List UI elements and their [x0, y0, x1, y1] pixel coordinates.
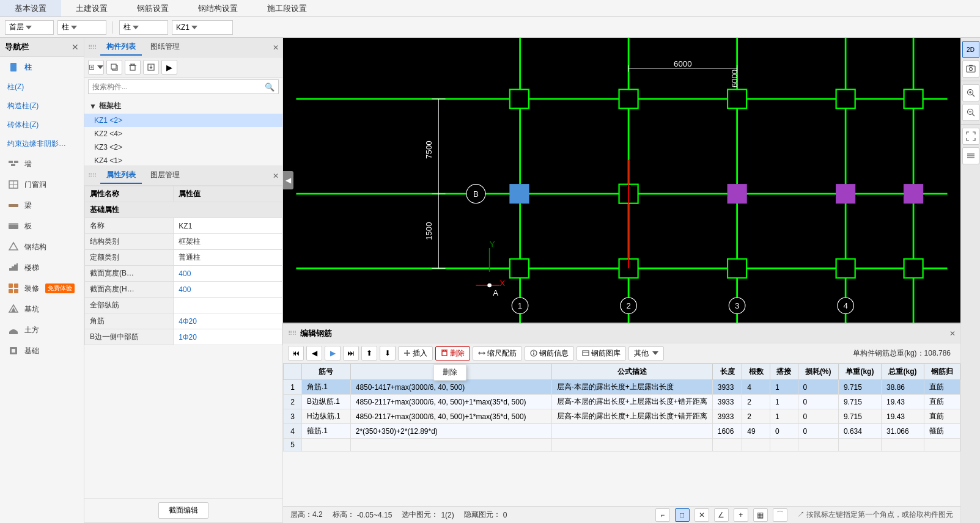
middle-panels: ⠿⠿ 构件列表 图纸管理 ✕ ▶ — [84, 38, 283, 523]
svg-rect-38 — [619, 89, 638, 108]
hidden-value: 0 — [503, 511, 507, 519]
cross-tool-btn[interactable]: ✕ — [694, 508, 709, 522]
rt-layers-btn[interactable] — [962, 147, 979, 164]
svg-text:6000: 6000 — [674, 59, 692, 68]
nav-item-decor[interactable]: 装修 免费体验 — [0, 278, 84, 299]
nav-item-structure-z[interactable]: 构造柱(Z) — [0, 97, 84, 115]
tree-item-kz3[interactable]: KZ3 <2> — [84, 141, 282, 154]
rebar-library-btn[interactable]: 钢筋图库 — [577, 346, 626, 360]
rebar-panel-close[interactable]: ✕ — [949, 329, 956, 338]
nav-item-column[interactable]: 柱 — [0, 57, 84, 78]
hidden-item: 隐藏图元： 0 — [464, 510, 507, 520]
tree-item-kz4[interactable]: KZ4 <1> — [84, 154, 282, 166]
svg-rect-3 — [11, 164, 15, 166]
rebar-row-5[interactable]: 5 — [284, 439, 960, 452]
scale-rebar-btn[interactable]: 缩尺配筋 — [473, 346, 522, 360]
rt-zoom-in-btn[interactable] — [962, 84, 979, 101]
type1-dropdown[interactable]: 柱 — [57, 20, 106, 35]
nav-item-column-z[interactable]: 柱(Z) — [0, 78, 84, 97]
more-btn[interactable]: ▶ — [161, 60, 177, 75]
canvas-viewport[interactable]: 6000 7500 1500 6000 B — [283, 38, 960, 323]
last-btn[interactable]: ⏭ — [343, 346, 359, 360]
rebar-row-3[interactable]: 3 H边纵筋.1 4850-2117+max(3000/6, 40, 500)+… — [284, 409, 960, 424]
attr-col-value: 属性值 — [174, 186, 282, 202]
menu-rebar-settings[interactable]: 钢筋设置 — [122, 0, 183, 16]
svg-text:4: 4 — [843, 301, 847, 310]
attr-row-height: 截面高度(H… 400 — [85, 282, 282, 298]
first-btn[interactable]: ⏮ — [288, 346, 304, 360]
nav-item-window[interactable]: 门窗洞 — [0, 174, 84, 195]
angle-tool-btn[interactable]: ∠ — [714, 508, 729, 522]
delete-btn[interactable]: 删除 删除 — [435, 346, 470, 360]
nav-item-foundation[interactable]: 基础 — [0, 340, 84, 361]
row-3-type: 直筋 — [924, 409, 960, 424]
rebar-info-btn[interactable]: 钢筋信息 — [525, 346, 574, 360]
corner-tool-btn[interactable]: ⌐ — [655, 508, 670, 522]
import-component-btn[interactable] — [143, 60, 159, 75]
insert-btn[interactable]: 插入 — [398, 346, 433, 360]
copy-component-btn[interactable] — [106, 60, 122, 75]
down-btn[interactable]: ⬇ — [380, 346, 396, 360]
tab-attr-list[interactable]: 属性列表 — [100, 167, 142, 184]
photo-tool-btn[interactable]: ▦ — [753, 508, 768, 522]
component-panel-close[interactable]: ✕ — [273, 43, 279, 52]
tab-drawing-management[interactable]: 图纸管理 — [144, 39, 186, 56]
rebar-row-1[interactable]: 1 角筋.1 4850-1417+max(3000/6, 40, 500) 层高… — [284, 380, 960, 395]
nav-item-wall[interactable]: 墙 — [0, 153, 84, 174]
nav-item-foundation-area[interactable]: 基坑 — [0, 299, 84, 320]
rt-zoom-out-btn[interactable] — [962, 104, 979, 121]
nav-item-beam[interactable]: 梁 — [0, 195, 84, 216]
rt-2d-btn[interactable]: 2D — [962, 41, 979, 58]
row-5-desc — [551, 439, 712, 452]
prev-btn[interactable]: ◀ — [306, 346, 322, 360]
new-component-btn[interactable] — [88, 60, 104, 75]
element-dropdown[interactable]: KZ1 — [172, 20, 233, 35]
menu-steel-settings[interactable]: 钢结构设置 — [183, 0, 252, 16]
nav-item-constrained[interactable]: 约束边缘非阴影… — [0, 134, 84, 153]
col-num — [284, 364, 302, 380]
column-icon — [7, 61, 20, 73]
nav-item-slab[interactable]: 板 — [0, 216, 84, 236]
play-btn[interactable]: ▶ — [325, 346, 341, 360]
other-btn[interactable]: 其他 — [628, 346, 664, 360]
right-toolbar: 2D — [960, 38, 980, 523]
col-description: 公式描述 — [551, 364, 712, 380]
svg-rect-41 — [904, 89, 923, 108]
rect-tool-btn[interactable]: □ — [675, 508, 690, 522]
top-menu-bar: 基本设置 土建设置 钢筋设置 钢结构设置 施工段设置 — [0, 0, 980, 17]
type2-dropdown[interactable]: 柱 — [119, 20, 168, 35]
floor-dropdown[interactable]: 首层 — [5, 20, 54, 35]
rt-photo-btn[interactable] — [962, 60, 979, 78]
arc-tool-btn[interactable]: ⌒ — [773, 508, 787, 522]
nav-item-earthwork[interactable]: 土方 — [0, 320, 84, 340]
up-btn[interactable]: ⬆ — [361, 346, 377, 360]
tab-component-list[interactable]: 构件列表 — [100, 39, 142, 56]
row-2-id: B边纵筋.1 — [302, 395, 351, 409]
svg-rect-9 — [9, 223, 18, 225]
search-icon[interactable]: 🔍 — [265, 82, 274, 92]
rebar-row-2[interactable]: 2 B边纵筋.1 4850-2117+max(3000/6, 40, 500)+… — [284, 395, 960, 409]
nav-close-btn[interactable]: ✕ — [72, 42, 79, 52]
menu-civil-settings[interactable]: 土建设置 — [61, 0, 122, 16]
svg-rect-83 — [442, 351, 447, 356]
nav-item-column-label: 柱 — [24, 62, 32, 73]
svg-rect-11 — [9, 283, 13, 288]
tree-item-kz1[interactable]: KZ1 <2> — [84, 114, 282, 127]
plus-tool-btn[interactable]: + — [734, 508, 748, 522]
attr-row-struct-type: 结构类别 框架柱 — [85, 234, 282, 250]
nav-item-brick-z[interactable]: 砖体柱(Z) — [0, 115, 84, 134]
svg-text:3: 3 — [735, 301, 739, 310]
rt-fit-btn[interactable] — [962, 128, 979, 145]
tab-layer-mgmt[interactable]: 图层管理 — [144, 167, 186, 184]
attribute-panel-close[interactable]: ✕ — [273, 172, 279, 180]
section-edit-btn[interactable]: 截面编辑 — [158, 502, 208, 519]
search-input[interactable] — [92, 82, 265, 91]
canvas-left-arrow[interactable]: ◀ — [283, 171, 293, 189]
nav-item-stair[interactable]: 楼梯 — [0, 257, 84, 278]
menu-construction-settings[interactable]: 施工段设置 — [252, 0, 322, 16]
delete-component-btn[interactable] — [125, 60, 141, 75]
tree-item-kz2[interactable]: KZ2 <4> — [84, 127, 282, 141]
rebar-row-4[interactable]: 4 箍筋.1 2*(350+350)+2*(12.89*d) 1606 49 0… — [284, 424, 960, 439]
nav-item-steel[interactable]: 钢结构 — [0, 236, 84, 257]
menu-basic-settings[interactable]: 基本设置 — [0, 0, 61, 16]
